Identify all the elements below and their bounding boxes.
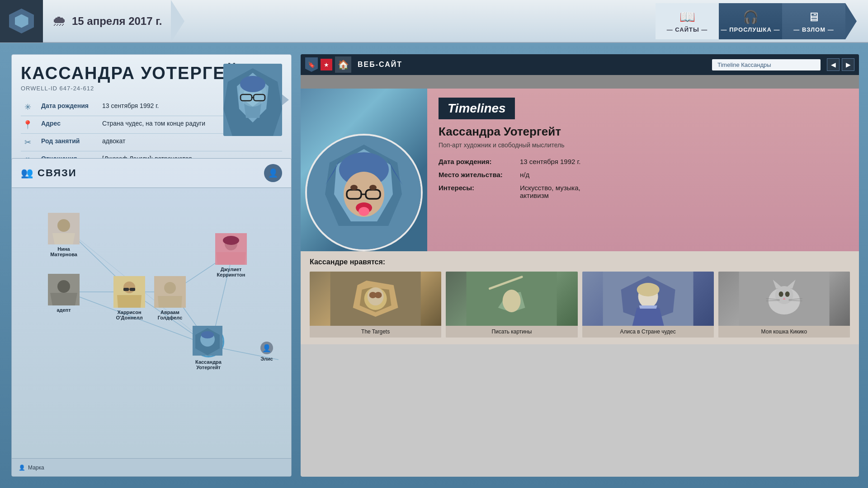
- connections-body: НинаМатернова адепт: [12, 188, 291, 476]
- browser-back-btn[interactable]: ◀: [827, 58, 840, 71]
- svg-marker-39: [216, 252, 246, 265]
- residence-info-value: н/д: [520, 171, 529, 178]
- svg-point-26: [57, 280, 70, 293]
- photo-nav-arrow[interactable]: [282, 94, 289, 105]
- svg-marker-24: [52, 233, 75, 244]
- browser-home-tab[interactable]: 🏠: [335, 56, 351, 73]
- bottom-person-marks: 👤 Марка: [19, 465, 44, 471]
- connections-person-btn[interactable]: 👤: [264, 164, 282, 182]
- profile-photo: [223, 64, 282, 136]
- svg-rect-30: [123, 288, 129, 291]
- connections-header-icon: 👥: [21, 167, 33, 179]
- node-adept[interactable]: адепт: [48, 274, 80, 313]
- kassandra-conn-label: КассандраУотергейт: [195, 359, 222, 370]
- node-juliet[interactable]: ДжулиетКеррингтон: [215, 233, 247, 277]
- profile-circle-art: [305, 134, 423, 251]
- svg-point-66: [375, 292, 382, 298]
- person-bottom-icon: 👤: [19, 465, 25, 471]
- svg-point-9: [240, 76, 265, 92]
- browser-content: Timelines Кассандра Уотергейт Поп-арт ху…: [301, 75, 859, 477]
- like-item-2[interactable]: Алиса в Стране чудес: [582, 272, 714, 338]
- website-profile-img: [301, 89, 427, 251]
- svg-point-82: [778, 291, 783, 297]
- occupation-label: Род занятий: [41, 137, 95, 145]
- address-value: Страна чудес, на том конце радуги: [102, 120, 205, 127]
- profile-photo-container: [223, 64, 282, 136]
- birth-icon: ✳: [21, 102, 34, 112]
- avatar-nina: [48, 213, 80, 244]
- sites-label: — САЙТЫ —: [667, 26, 708, 33]
- like-item-0[interactable]: The Targets: [310, 272, 441, 338]
- svg-marker-27: [50, 293, 77, 305]
- bookmark-icon: 🔖: [308, 61, 315, 68]
- adept-portrait: [48, 274, 80, 305]
- svg-marker-36: [158, 296, 182, 308]
- node-ellis[interactable]: 👤 Элис: [260, 342, 273, 361]
- svg-marker-75: [639, 305, 657, 309]
- browser-nav-arrows: ◀ ▶: [827, 58, 854, 71]
- like-label-3: Моя кошка Кикико: [718, 326, 850, 338]
- website-profile-info: Timelines Кассандра Уотергейт Поп-арт ху…: [427, 89, 859, 251]
- nav-end-arrow: [845, 3, 863, 39]
- avraham-portrait: [154, 276, 186, 308]
- marks-label: Марка: [28, 465, 44, 471]
- svg-point-58: [350, 185, 358, 190]
- nav-sites[interactable]: 📖 — САЙТЫ —: [656, 3, 719, 39]
- top-bar: 🌧 15 апреля 2017 г. 📖 — САЙТЫ — 🎧 — ПРОС…: [0, 0, 868, 43]
- interests-info-value: Искусство, музыка, активизм: [520, 184, 610, 199]
- date-section: 🌧 15 апреля 2017 г.: [52, 13, 162, 29]
- logo-hex: [9, 9, 34, 33]
- residence-info-row: Место жительства: н/д: [439, 171, 848, 178]
- logo-inner: [15, 14, 28, 28]
- avatar-juliet: [215, 233, 247, 265]
- nav-wiretap[interactable]: 🎧 — ПРОСЛУШКА —: [719, 3, 782, 39]
- browser-frame: 🔖 ★ 🏠 ВЕБ-САЙТ ◀ ▶: [301, 54, 859, 477]
- weather-icon: 🌧: [52, 13, 66, 29]
- like-item-3[interactable]: Моя кошка Кикико: [718, 272, 850, 338]
- occupation-row: ✂ Род занятий адвокат: [21, 134, 282, 151]
- nav-hack[interactable]: 🖥 — ВЗЛОМ —: [782, 3, 845, 39]
- svg-point-59: [369, 185, 377, 190]
- like-item-1[interactable]: Писать картины: [446, 272, 577, 338]
- top-nav: 📖 — САЙТЫ — 🎧 — ПРОСЛУШКА — 🖥 — ВЗЛОМ —: [656, 0, 868, 42]
- like-img-0: [310, 272, 441, 326]
- kassandra-conn-portrait: [193, 326, 222, 356]
- wiretap-label: — ПРОСЛУШКА —: [721, 26, 780, 33]
- svg-point-23: [57, 219, 70, 232]
- connections-header: 👥 СВЯЗИ 👤: [12, 159, 291, 188]
- browser-header: 🔖 ★ 🏠 ВЕБ-САЙТ ◀ ▶: [301, 54, 859, 75]
- likes-grid: The Targets Писать: [310, 272, 850, 338]
- svg-point-44: [201, 331, 214, 338]
- connections-bottom-strip: 👤 Марка: [12, 458, 291, 476]
- node-kassandra-main[interactable]: КассандраУотергейт: [193, 326, 224, 370]
- hack-icon: 🖥: [807, 9, 820, 24]
- wiretap-icon: 🎧: [743, 9, 759, 24]
- interests-info-label: Интересы:: [439, 184, 511, 192]
- like-art-1: [446, 272, 577, 326]
- nina-portrait: [48, 213, 80, 244]
- nina-label: НинаМатернова: [50, 246, 77, 257]
- ellis-label: Элис: [260, 356, 273, 361]
- browser-address-input[interactable]: [712, 59, 821, 70]
- residence-info-label: Место жительства:: [439, 171, 511, 178]
- browser-bookmark-tab[interactable]: 🔖: [305, 57, 318, 72]
- svg-marker-74: [632, 308, 664, 326]
- node-avraham[interactable]: АвраамГолдфелс: [154, 276, 186, 320]
- svg-marker-33: [117, 295, 142, 308]
- browser-forward-btn[interactable]: ▶: [842, 58, 854, 71]
- node-harrison[interactable]: ХаррисонО'Доннелл: [113, 276, 145, 320]
- browser-flag-tab[interactable]: ★: [321, 59, 332, 70]
- juliet-label: ДжулиетКеррингтон: [217, 267, 245, 277]
- connections-title: СВЯЗИ: [38, 167, 77, 179]
- birth-info-label: Дата рождения:: [439, 158, 511, 165]
- svg-point-76: [637, 283, 659, 296]
- node-nina[interactable]: НинаМатернова: [48, 213, 80, 257]
- website-status-bar: [301, 75, 859, 89]
- flag-icon: ★: [324, 61, 329, 68]
- like-art-2: [582, 272, 714, 326]
- like-img-2: [582, 272, 714, 326]
- left-panel: КАССАНДРА УОТЕРГЕЙТ ORWELL-ID 647-24-612: [11, 54, 292, 477]
- svg-point-79: [775, 286, 793, 304]
- birth-info-row: Дата рождения: 13 сентября 1992 г.: [439, 158, 848, 165]
- profile-fullname: Кассандра Уотергейт: [439, 125, 848, 139]
